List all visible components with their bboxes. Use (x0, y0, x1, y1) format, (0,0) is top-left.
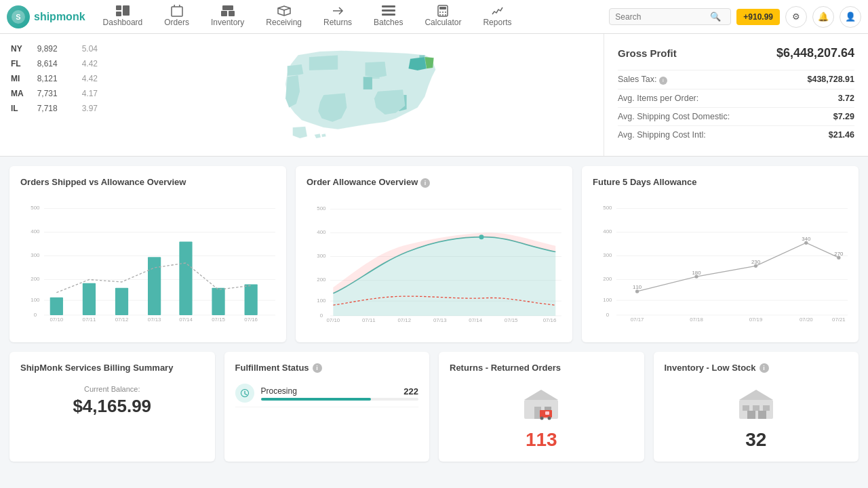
fulfillment-title: Fulfillment Status i (235, 363, 419, 373)
balance-badge[interactable]: +910.99 (736, 9, 780, 25)
nav-items: Dashboard Orders Inventory Receiving Ret… (92, 1, 610, 33)
svg-text:07/10: 07/10 (327, 317, 340, 323)
svg-text:100: 100 (31, 297, 40, 303)
fulfillment-info-icon: i (313, 363, 322, 373)
svg-text:07/17: 07/17 (631, 317, 644, 323)
state-name: IL (8, 102, 33, 115)
svg-rect-7 (229, 11, 235, 16)
charts-row: Orders Shipped vs Allowance Overview 500… (0, 157, 868, 352)
nav-receiving[interactable]: Receiving (255, 1, 313, 33)
inventory-info-icon: i (760, 363, 769, 373)
processing-count: 222 (403, 386, 418, 396)
main-content: NY9,8925.04FL8,6144.42MI8,1214.42MA7,731… (0, 34, 868, 471)
balance-label: Current Balance: (20, 385, 204, 393)
svg-rect-105 (763, 405, 770, 411)
batches-icon (382, 5, 395, 16)
svg-text:400: 400 (31, 228, 40, 235)
nav-batches[interactable]: Batches (363, 1, 414, 33)
svg-text:07/10: 07/10 (50, 317, 64, 323)
orders-shipped-title: Orders Shipped vs Allowance Overview (20, 177, 275, 187)
map-section: NY9,8925.04FL8,6144.42MI8,1214.42MA7,731… (0, 34, 604, 156)
future-5-days-chart: Future 5 Days Allowance 500 400 300 200 … (582, 166, 859, 342)
nav-reports[interactable]: Reports (472, 1, 522, 33)
svg-rect-98 (545, 411, 549, 415)
nav-dashboard[interactable]: Dashboard (92, 1, 154, 33)
state-row: NY9,8925.04 (8, 42, 100, 56)
svg-point-19 (445, 14, 446, 16)
state-pct: 4.42 (71, 72, 100, 85)
svg-point-99 (540, 417, 544, 420)
inventory-card: Inventory - Low Stock i 32 (654, 352, 859, 462)
svg-text:07/12: 07/12 (115, 317, 129, 323)
svg-point-100 (548, 417, 551, 420)
order-allowance-title: Order Allowance Overview i (307, 177, 561, 188)
svg-marker-94 (524, 390, 558, 400)
search-icon: 🔍 (710, 12, 721, 22)
svg-text:07/13: 07/13 (148, 317, 161, 323)
returns-number: 113 (450, 429, 633, 451)
state-pct: 4.42 (71, 57, 100, 70)
processing-label: Procesing (261, 386, 404, 396)
metric-value: $438,728.91 (807, 75, 854, 85)
svg-rect-9 (382, 5, 395, 7)
orders-shipped-chart: Orders Shipped vs Allowance Overview 500… (9, 166, 286, 342)
calculator-icon (436, 5, 450, 16)
svg-text:200: 200 (31, 276, 40, 282)
search-box[interactable]: 🔍 (609, 8, 731, 25)
balance-display: Current Balance: $4,165.99 (20, 380, 204, 422)
svg-text:07/16: 07/16 (244, 317, 258, 323)
svg-text:S: S (16, 13, 20, 21)
svg-point-17 (439, 14, 441, 16)
nav-reports-label: Reports (483, 18, 511, 27)
svg-rect-103 (743, 405, 749, 411)
logo[interactable]: S shipmonk (7, 5, 85, 28)
metric-label: Avg. Shipping Cost Domestic: (618, 112, 730, 121)
nav-right: 🔍 +910.99 ⚙ 🔔 👤 (609, 6, 861, 28)
future-5-days-area: 500 400 300 200 100 0 (593, 195, 848, 331)
right-panel: Gross Profit $6,448,207.64 Sales Tax: i$… (604, 34, 868, 156)
svg-text:300: 300 (317, 253, 326, 259)
state-value: 7,718 (35, 102, 70, 115)
svg-text:500: 500 (31, 205, 40, 211)
svg-point-14 (439, 12, 441, 13)
svg-text:07/13: 07/13 (433, 317, 447, 323)
nav-orders[interactable]: Orders (153, 1, 200, 33)
svg-rect-37 (212, 288, 224, 315)
user-button[interactable]: 👤 (840, 6, 861, 28)
svg-rect-10 (382, 9, 395, 12)
svg-rect-36 (179, 242, 192, 315)
metric-label: Avg. Shipping Cost Intl: (618, 130, 706, 140)
nav-inventory[interactable]: Inventory (200, 1, 255, 33)
svg-text:100: 100 (603, 297, 612, 303)
state-row: MI8,1214.42 (8, 72, 100, 85)
metric-row: Avg. Shipping Cost Domestic:$7.29 (618, 107, 854, 125)
svg-text:07/20: 07/20 (800, 317, 813, 323)
search-input[interactable] (615, 12, 710, 22)
billing-title: ShipMonk Services Billing Summary (20, 363, 204, 373)
state-row: MA7,7314.17 (8, 87, 100, 100)
inventory-number: 32 (665, 429, 848, 451)
svg-text:0: 0 (320, 312, 323, 319)
returns-card: Returns - Returned Orders (439, 352, 644, 462)
state-row: FL8,6144.42 (8, 57, 100, 70)
billing-card: ShipMonk Services Billing Summary Curren… (9, 352, 215, 462)
svg-rect-107 (758, 411, 766, 419)
svg-rect-4 (123, 5, 130, 16)
receiving-icon (277, 5, 291, 16)
state-pct: 4.17 (71, 87, 100, 100)
settings-button[interactable]: ⚙ (785, 6, 807, 28)
returns-icon (331, 5, 344, 16)
bell-button[interactable]: 🔔 (812, 6, 834, 28)
nav-calculator[interactable]: Calculator (414, 1, 472, 33)
state-row: IL7,7183.97 (8, 102, 100, 115)
order-allowance-svg: 500 400 300 200 100 0 (307, 196, 561, 331)
orders-shipped-area: 500 400 300 200 100 0 (20, 195, 275, 331)
top-navigation: S shipmonk Dashboard Orders Inventory (0, 0, 868, 34)
nav-orders-label: Orders (164, 18, 189, 27)
svg-rect-13 (439, 7, 446, 9)
gross-profit-label: Gross Profit (618, 47, 677, 59)
svg-text:300: 300 (603, 252, 612, 258)
svg-text:07/16: 07/16 (543, 317, 557, 323)
inventory-title: Inventory - Low Stock i (665, 363, 848, 373)
nav-returns[interactable]: Returns (313, 1, 363, 33)
